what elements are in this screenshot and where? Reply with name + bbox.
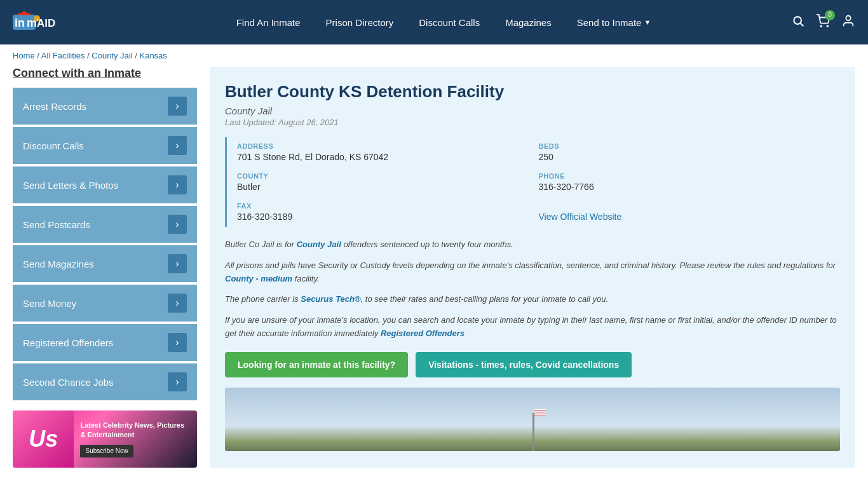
facility-photo <box>225 388 840 451</box>
cart-icon[interactable]: 0 <box>816 14 830 31</box>
address-cell: ADDRESS 701 S Stone Rd, El Dorado, KS 67… <box>237 137 539 167</box>
address-label: ADDRESS <box>237 142 532 150</box>
main-nav: Find An Inmate Prison Directory Discount… <box>114 17 773 28</box>
website-cell: - View Official Website <box>539 197 841 227</box>
sidebar: Connect with an Inmate Arrest Records › … <box>13 67 197 468</box>
find-inmate-button[interactable]: Looking for an inmate at this facility? <box>225 352 408 377</box>
address-value: 701 S Stone Rd, El Dorado, KS 67042 <box>237 152 532 162</box>
nav-prison-directory[interactable]: Prison Directory <box>326 17 394 28</box>
arrow-icon: › <box>168 333 187 352</box>
nav-magazines[interactable]: Magazines <box>505 17 552 28</box>
nav-find-inmate[interactable]: Find An Inmate <box>236 17 301 28</box>
sidebar-item-send-letters[interactable]: Send Letters & Photos › <box>13 166 197 203</box>
sidebar-item-registered-offenders[interactable]: Registered Offenders › <box>13 324 197 361</box>
arrow-icon: › <box>168 175 187 194</box>
svg-rect-4 <box>18 13 31 15</box>
county-value: Butler <box>237 182 532 192</box>
svg-point-12 <box>846 15 850 20</box>
logo[interactable]: in m AID + <box>13 10 95 35</box>
sidebar-item-send-postcards[interactable]: Send Postcards › <box>13 206 197 243</box>
header-icons: 0 <box>792 14 855 31</box>
action-buttons: Looking for an inmate at this facility? … <box>225 352 840 377</box>
facility-type: County Jail <box>225 105 840 116</box>
svg-point-11 <box>827 25 828 27</box>
svg-point-10 <box>820 25 822 27</box>
svg-line-9 <box>801 23 804 26</box>
nav-discount-calls[interactable]: Discount Calls <box>419 17 480 28</box>
ad-image: Us <box>13 410 74 468</box>
ad-text: Latest Celebrity News, Pictures & Entert… <box>74 416 197 463</box>
visitations-button[interactable]: Visitations - times, rules, Covid cancel… <box>416 352 632 377</box>
fax-label: FAX <box>237 202 532 210</box>
cart-badge: 0 <box>825 10 835 20</box>
beds-value: 250 <box>539 152 834 162</box>
breadcrumb: Home / All Facilities / County Jail / Ka… <box>0 44 868 67</box>
phone-value: 316-320-7766 <box>539 182 834 192</box>
facility-content: Butler County KS Detention Facility Coun… <box>210 67 855 468</box>
sidebar-item-send-magazines[interactable]: Send Magazines › <box>13 245 197 282</box>
arrow-icon: › <box>168 136 187 155</box>
desc-1: Butler Co Jail is for County Jail offend… <box>225 238 840 252</box>
facility-updated: Last Updated: August 26, 2021 <box>225 118 840 127</box>
svg-text:in: in <box>15 17 25 29</box>
fax-value: 316-320-3189 <box>237 212 532 222</box>
facility-info-grid: ADDRESS 701 S Stone Rd, El Dorado, KS 67… <box>225 137 840 227</box>
arrow-icon: › <box>168 215 187 234</box>
sidebar-item-arrest-records[interactable]: Arrest Records › <box>13 88 197 125</box>
desc-4: If you are unsure of your inmate's locat… <box>225 314 840 341</box>
sidebar-title: Connect with an Inmate <box>13 67 197 80</box>
main-container: Connect with an Inmate Arrest Records › … <box>0 67 868 480</box>
arrow-icon: › <box>168 97 187 116</box>
website-link[interactable]: View Official Website <box>539 212 622 222</box>
sidebar-item-send-money[interactable]: Send Money › <box>13 285 197 322</box>
fax-cell: FAX 316-320-3189 <box>237 197 539 227</box>
beds-cell: BEDS 250 <box>539 137 841 167</box>
securus-link[interactable]: Securus Tech® <box>301 294 360 304</box>
facility-name: Butler County KS Detention Facility <box>225 82 840 102</box>
registered-offenders-link[interactable]: Registered Offenders <box>381 329 465 338</box>
desc-3: The phone carrier is Securus Tech®, to s… <box>225 293 840 306</box>
sidebar-item-second-chance-jobs[interactable]: Second Chance Jobs › <box>13 363 197 400</box>
breadcrumb-county-jail[interactable]: County Jail <box>92 51 132 60</box>
beds-label: BEDS <box>539 142 834 150</box>
desc-2: All prisons and jails have Security or C… <box>225 259 840 286</box>
svg-point-8 <box>794 17 801 24</box>
breadcrumb-home[interactable]: Home <box>13 51 35 60</box>
arrow-icon: › <box>168 254 187 273</box>
breadcrumb-state[interactable]: Kansas <box>139 51 166 60</box>
county-medium-link[interactable]: County - medium <box>225 274 292 283</box>
user-icon[interactable] <box>841 14 855 31</box>
county-cell: COUNTY Butler <box>237 167 539 197</box>
sidebar-item-discount-calls[interactable]: Discount Calls › <box>13 127 197 164</box>
main-header: in m AID + Find An Inmate Prison Directo… <box>0 0 868 44</box>
breadcrumb-all-facilities[interactable]: All Facilities <box>41 51 85 60</box>
svg-text:+: + <box>36 17 39 22</box>
arrow-icon: › <box>168 372 187 391</box>
phone-label: PHONE <box>539 172 834 180</box>
phone-cell: PHONE 316-320-7766 <box>539 167 841 197</box>
county-label: COUNTY <box>237 172 532 180</box>
facility-description: Butler Co Jail is for County Jail offend… <box>225 238 840 341</box>
search-icon[interactable] <box>792 15 804 30</box>
arrow-icon: › <box>168 294 187 313</box>
nav-send-to-inmate[interactable]: Send to Inmate ▼ <box>577 17 651 28</box>
county-jail-link-1[interactable]: County Jail <box>297 240 341 249</box>
ad-subscribe-button[interactable]: Subscribe Now <box>80 445 133 458</box>
ad-banner[interactable]: Us Latest Celebrity News, Pictures & Ent… <box>13 410 197 468</box>
